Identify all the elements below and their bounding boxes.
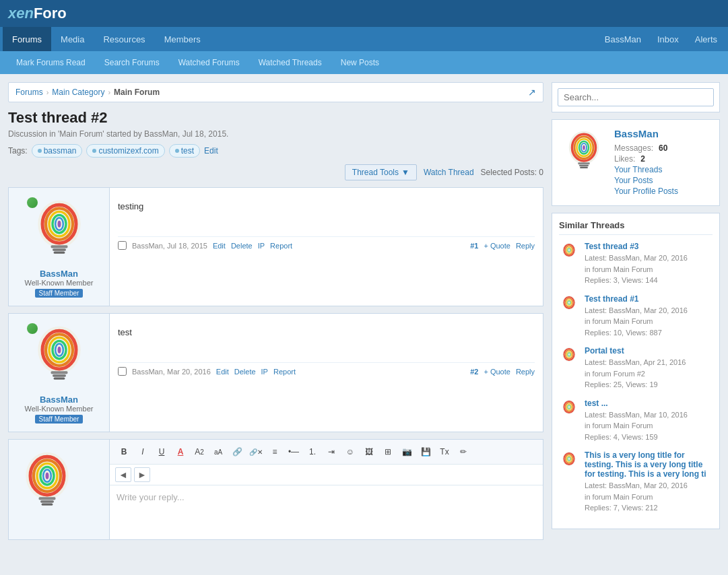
post-1-report[interactable]: Report — [270, 242, 292, 250]
post-1-sidebar: BassMan Well-Known Member Staff Member — [9, 188, 110, 306]
post-1-avatar — [26, 196, 93, 263]
post-2-content: test BassMan, Mar 20, 2016 Edit Delete I… — [110, 314, 543, 432]
tags-edit-link[interactable]: Edit — [204, 146, 218, 156]
post-2-username[interactable]: BassMan — [40, 395, 78, 405]
post-1-checkbox[interactable] — [118, 241, 127, 250]
editor-undo[interactable]: ◄ — [115, 467, 131, 482]
editor-indent[interactable]: ⇥ — [323, 444, 340, 460]
subnav-mark-read[interactable]: Mark Forums Read — [7, 54, 95, 71]
logo-text2: Foro — [34, 5, 67, 22]
breadcrumb-main-category[interactable]: Main Category — [52, 88, 104, 97]
similar-avatar-1 — [559, 294, 579, 314]
editor-list-unordered[interactable]: •— — [285, 444, 302, 460]
editor-link[interactable]: 🔗 — [228, 444, 246, 460]
sidebar-your-profile-posts[interactable]: Your Profile Posts — [614, 187, 711, 196]
editor-smallcaps[interactable]: aA — [209, 444, 227, 460]
editor-save[interactable]: 💾 — [417, 444, 434, 460]
similar-thread-title-2[interactable]: Portal test — [585, 346, 713, 356]
editor-underline[interactable]: U — [153, 444, 170, 460]
similar-threads-title: Similar Threads — [559, 220, 713, 235]
post-2-delete[interactable]: Delete — [234, 368, 256, 376]
breadcrumb-forums[interactable]: Forums — [15, 88, 43, 97]
editor-font-color[interactable]: A — [172, 444, 189, 460]
subnav-search-forums[interactable]: Search Forums — [95, 54, 169, 71]
similar-item-1: Test thread #1 Latest: BassMan, Mar 20, … — [559, 294, 713, 339]
post-1-footer: BassMan, Jul 18, 2015 Edit Delete IP Rep… — [118, 236, 535, 250]
editor-table[interactable]: ⊞ — [379, 444, 397, 460]
sidebar-avatar-img — [560, 128, 607, 175]
post-2-reply[interactable]: Reply — [516, 368, 535, 376]
post-2-checkbox[interactable] — [118, 367, 127, 376]
editor-emoji[interactable]: ☺ — [341, 444, 359, 460]
editor-align[interactable]: ≡ — [266, 444, 284, 460]
sidebar: BassMan Messages: 60 Likes: 2 Your Threa… — [552, 82, 720, 540]
sidebar-username[interactable]: BassMan — [614, 128, 711, 139]
thread-title: Test thread #2 — [8, 109, 543, 127]
similar-thread-title-4[interactable]: This is a very long title for testing. T… — [585, 450, 713, 479]
post-1-delete[interactable]: Delete — [231, 242, 253, 250]
similar-threads-box: Similar Threads Test thread #3 Latest: B… — [552, 213, 720, 529]
search-input[interactable] — [558, 88, 714, 106]
sidebar-messages-label: Messages: — [614, 143, 653, 153]
tag-test[interactable]: test — [169, 144, 200, 158]
sidebar-likes-label: Likes: — [614, 154, 635, 164]
external-link-icon[interactable]: ↗ — [528, 87, 536, 98]
header: xenForo — [0, 0, 728, 27]
editor-remove-format[interactable]: Tx — [436, 444, 453, 460]
logo[interactable]: xenForo — [8, 5, 67, 22]
post-2-report[interactable]: Report — [273, 368, 296, 376]
editor-media[interactable]: 📷 — [398, 444, 416, 460]
nav-item-resources[interactable]: Resources — [94, 27, 154, 51]
nav-item-forums[interactable]: Forums — [3, 27, 51, 51]
navbar: Forums Media Resources Members BassMan I… — [0, 27, 728, 51]
post-2-sidebar: BassMan Well-Known Member Staff Member — [9, 314, 110, 432]
similar-thread-meta-2: Latest: BassMan, Apr 21, 2016 in forum F… — [585, 357, 713, 391]
similar-thread-title-3[interactable]: test ... — [585, 399, 713, 408]
post-1-username[interactable]: BassMan — [40, 269, 78, 279]
editor-list-ordered[interactable]: 1. — [304, 444, 321, 460]
editor-unlink[interactable]: 🔗✕ — [247, 444, 265, 460]
tags-label: Tags: — [8, 146, 28, 156]
editor-redo[interactable]: ► — [134, 467, 150, 482]
subnav-watched-forums[interactable]: Watched Forums — [169, 54, 249, 71]
post-2-quote[interactable]: + Quote — [484, 368, 510, 376]
similar-thread-meta-1: Latest: BassMan, Mar 20, 2016 in forum M… — [585, 305, 713, 339]
nav-item-media[interactable]: Media — [51, 27, 94, 51]
nav-bassman[interactable]: BassMan — [597, 29, 649, 50]
post-1-edit[interactable]: Edit — [213, 242, 226, 250]
editor-image[interactable]: 🖼 — [360, 444, 378, 460]
post-2-ip[interactable]: IP — [261, 368, 268, 376]
sidebar-user-info: BassMan Messages: 60 Likes: 2 Your Threa… — [614, 128, 711, 197]
post-2-edit[interactable]: Edit — [216, 368, 229, 376]
editor-superscript[interactable]: A2 — [191, 444, 208, 460]
subnav-watched-threads[interactable]: Watched Threads — [249, 54, 331, 71]
similar-thread-title-0[interactable]: Test thread #3 — [585, 242, 713, 251]
editor-body[interactable]: Write your reply... — [110, 485, 543, 539]
similar-thread-title-1[interactable]: Test thread #1 — [585, 294, 713, 304]
editor-source[interactable]: ✏ — [455, 444, 472, 460]
sidebar-your-posts[interactable]: Your Posts — [614, 176, 711, 185]
post-1-quote[interactable]: + Quote — [484, 242, 510, 250]
post-2-number: #2 — [470, 368, 478, 376]
similar-item-0: Test thread #3 Latest: BassMan, Mar 20, … — [559, 242, 713, 286]
post-1-body: testing — [118, 196, 535, 236]
thread-tools-label: Thread Tools — [352, 168, 399, 177]
post-1-ip[interactable]: IP — [258, 242, 265, 250]
watch-thread-button[interactable]: Watch Thread — [424, 168, 474, 177]
tag-bassman[interactable]: bassman — [32, 144, 83, 158]
similar-avatar-2 — [559, 346, 579, 366]
thread-tools-button[interactable]: Thread Tools ▼ — [345, 164, 417, 180]
thread-meta: Discussion in 'Main Forum' started by Ba… — [8, 129, 543, 139]
editor-bold[interactable]: B — [115, 444, 133, 460]
sidebar-your-threads[interactable]: Your Threads — [614, 165, 711, 174]
post-1-reply[interactable]: Reply — [516, 242, 535, 250]
subnav-new-posts[interactable]: New Posts — [331, 54, 389, 71]
editor-italic[interactable]: I — [134, 444, 152, 460]
nav-inbox[interactable]: Inbox — [649, 29, 687, 50]
tag-customizexf[interactable]: customizexf.com — [86, 144, 164, 158]
nav-alerts[interactable]: Alerts — [687, 29, 725, 50]
nav-item-members[interactable]: Members — [155, 27, 210, 51]
similar-thread-meta-4: Latest: BassMan, Mar 20, 2016 in forum M… — [585, 480, 713, 514]
logo-text1: xen — [8, 5, 34, 22]
svg-rect-20 — [53, 374, 66, 376]
